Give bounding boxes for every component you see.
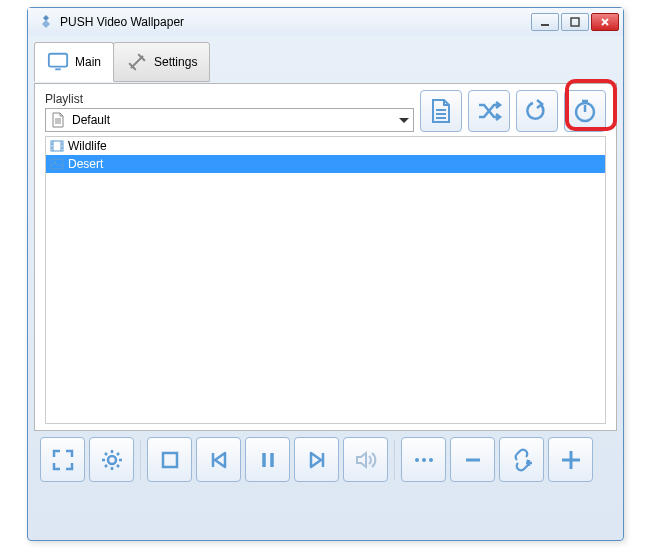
link-add-icon — [508, 446, 536, 474]
document-icon — [50, 112, 66, 128]
app-icon — [38, 14, 54, 30]
minimize-button[interactable] — [531, 13, 559, 31]
gear-icon — [98, 446, 126, 474]
list-item[interactable]: Wildlife — [46, 137, 605, 155]
tab-bar: Main Settings — [34, 42, 617, 82]
previous-icon — [207, 448, 231, 472]
add-link-button[interactable] — [499, 437, 544, 482]
tab-main[interactable]: Main — [34, 42, 114, 82]
playlist-dropdown[interactable]: Default — [45, 108, 414, 132]
dropdown-caret-icon — [399, 118, 409, 123]
more-button[interactable] — [401, 437, 446, 482]
titlebar: PUSH Video Wallpaper — [28, 8, 623, 36]
svg-rect-0 — [541, 24, 549, 26]
fullscreen-button[interactable] — [40, 437, 85, 482]
tab-main-label: Main — [75, 55, 101, 69]
svg-rect-3 — [55, 68, 61, 70]
document-icon — [427, 97, 455, 125]
timer-icon — [571, 97, 599, 125]
tab-settings-label: Settings — [154, 55, 197, 69]
previous-button[interactable] — [196, 437, 241, 482]
separator — [394, 440, 395, 480]
next-button[interactable] — [294, 437, 339, 482]
svg-point-10 — [415, 458, 419, 462]
playlist-label: Playlist — [45, 92, 414, 106]
close-button[interactable] — [591, 13, 619, 31]
loop-button[interactable] — [516, 90, 558, 132]
more-icon — [412, 455, 436, 465]
settings-button[interactable] — [89, 437, 134, 482]
stop-button[interactable] — [147, 437, 192, 482]
monitor-icon — [47, 51, 69, 73]
remove-button[interactable] — [450, 437, 495, 482]
video-file-icon — [50, 139, 64, 153]
tab-settings[interactable]: Settings — [113, 42, 210, 82]
next-icon — [305, 448, 329, 472]
client-area: Main Settings Playlist Default — [28, 36, 623, 494]
item-name: Desert — [68, 157, 103, 171]
playlist-selected: Default — [72, 113, 399, 127]
pause-icon — [256, 448, 280, 472]
separator — [140, 440, 141, 480]
list-item[interactable]: Desert — [46, 155, 605, 173]
app-window: PUSH Video Wallpaper Main Settings Playl… — [27, 7, 624, 541]
svg-point-12 — [429, 458, 433, 462]
svg-rect-1 — [571, 18, 579, 26]
window-controls — [531, 13, 619, 31]
svg-rect-2 — [49, 54, 67, 67]
timer-button[interactable] — [564, 90, 606, 132]
volume-icon — [353, 447, 379, 473]
svg-point-11 — [422, 458, 426, 462]
loop-icon — [523, 97, 551, 125]
playlist-items[interactable]: Wildlife Desert — [45, 136, 606, 424]
image-file-icon — [50, 157, 64, 171]
pause-button[interactable] — [245, 437, 290, 482]
svg-rect-6 — [51, 159, 63, 169]
shuffle-icon — [475, 97, 503, 125]
playlist-row: Playlist Default — [45, 90, 606, 132]
stop-icon — [158, 448, 182, 472]
playlist-file-button[interactable] — [420, 90, 462, 132]
volume-button[interactable] — [343, 437, 388, 482]
tools-icon — [126, 51, 148, 73]
add-icon — [558, 447, 584, 473]
svg-point-8 — [108, 456, 116, 464]
bottom-toolbar — [34, 431, 617, 488]
main-panel: Playlist Default — [34, 83, 617, 431]
item-name: Wildlife — [68, 139, 107, 153]
shuffle-button[interactable] — [468, 90, 510, 132]
svg-rect-9 — [163, 453, 177, 467]
add-button[interactable] — [548, 437, 593, 482]
window-title: PUSH Video Wallpaper — [60, 15, 531, 29]
remove-icon — [461, 448, 485, 472]
maximize-button[interactable] — [561, 13, 589, 31]
fullscreen-icon — [49, 446, 77, 474]
